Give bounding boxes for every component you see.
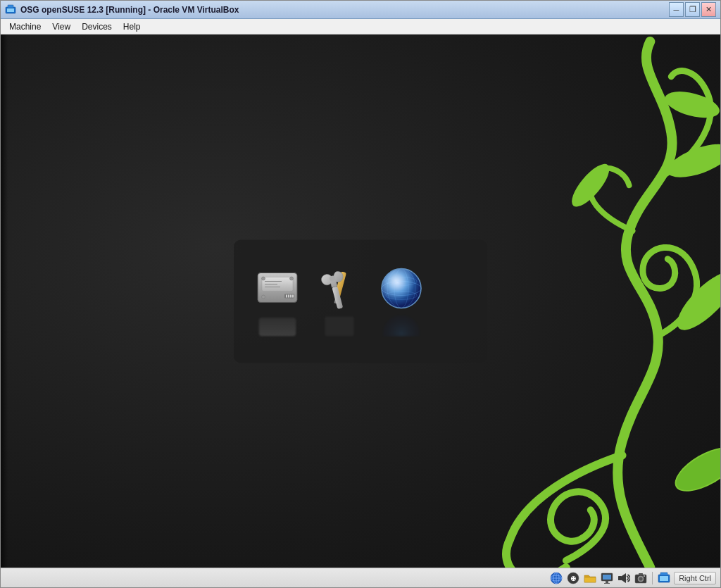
status-vbox-icon[interactable] xyxy=(657,571,671,585)
hdd-icon-reflection xyxy=(255,315,300,337)
hdd-icon xyxy=(255,266,300,311)
svg-point-19 xyxy=(262,277,265,280)
left-strip xyxy=(1,35,8,568)
svg-rect-59 xyxy=(639,573,643,575)
menu-bar: Machine View Devices Help xyxy=(1,19,720,35)
minimize-button[interactable]: ─ xyxy=(669,2,684,17)
status-sound-icon[interactable] xyxy=(617,571,631,585)
menu-machine[interactable]: Machine xyxy=(4,19,46,34)
svg-rect-55 xyxy=(618,576,622,580)
status-bar: ⊕ xyxy=(1,568,720,587)
svg-rect-63 xyxy=(660,573,667,575)
dock-panel xyxy=(234,239,487,363)
svg-text:⊕: ⊕ xyxy=(570,575,576,582)
menu-view[interactable]: View xyxy=(46,19,76,34)
svg-rect-53 xyxy=(606,581,608,583)
svg-rect-1 xyxy=(7,8,14,12)
globe-icon xyxy=(379,266,424,311)
vm-screen[interactable] xyxy=(1,35,720,568)
menu-devices[interactable]: Devices xyxy=(76,19,118,34)
globe-icon-wrapper xyxy=(379,266,424,337)
hdd-icon-wrapper xyxy=(255,266,300,337)
window-controls: ─ ❐ ✕ xyxy=(669,2,716,17)
svg-rect-28 xyxy=(259,318,296,336)
svg-rect-50 xyxy=(584,577,596,582)
app-icon xyxy=(5,4,16,15)
svg-rect-33 xyxy=(325,316,353,336)
svg-rect-24 xyxy=(286,295,287,298)
svg-rect-26 xyxy=(290,295,291,298)
restore-button[interactable]: ❐ xyxy=(685,2,700,17)
status-folder-icon[interactable] xyxy=(583,571,597,585)
tools-icon-wrapper xyxy=(317,266,362,337)
svg-rect-25 xyxy=(288,295,289,298)
status-snapshot-icon[interactable] xyxy=(634,571,648,585)
svg-point-21 xyxy=(262,295,265,299)
svg-point-42 xyxy=(383,315,420,337)
svg-rect-60 xyxy=(644,575,645,577)
svg-rect-54 xyxy=(604,583,610,584)
svg-rect-52 xyxy=(603,575,611,580)
right-ctrl-button[interactable]: Right Ctrl xyxy=(674,572,716,584)
svg-rect-62 xyxy=(660,576,668,581)
status-display-icon[interactable] xyxy=(600,571,614,585)
close-button[interactable]: ✕ xyxy=(701,2,716,17)
svg-rect-27 xyxy=(292,295,294,298)
tools-icon-reflection xyxy=(317,315,362,337)
globe-icon-reflection xyxy=(379,315,424,337)
svg-point-20 xyxy=(290,277,294,280)
virtualbox-window: OSG openSUSE 12.3 [Running] - Oracle VM … xyxy=(0,0,721,588)
svg-rect-2 xyxy=(8,5,13,8)
svg-point-58 xyxy=(639,577,643,580)
status-separator xyxy=(652,572,653,584)
tools-icon xyxy=(317,266,362,311)
title-bar: OSG openSUSE 12.3 [Running] - Oracle VM … xyxy=(1,1,720,19)
window-title: OSG openSUSE 12.3 [Running] - Oracle VM … xyxy=(20,5,669,15)
menu-help[interactable]: Help xyxy=(118,19,146,34)
status-network-icon[interactable] xyxy=(549,571,563,585)
status-usb-icon[interactable]: ⊕ xyxy=(566,571,580,585)
